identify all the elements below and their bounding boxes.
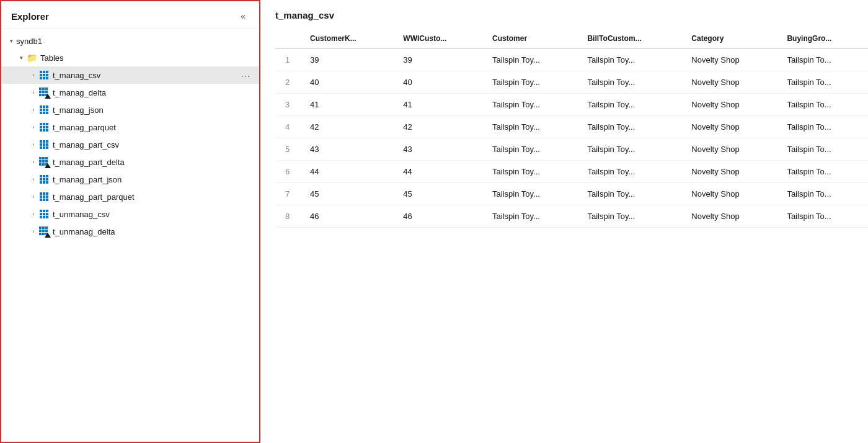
cell-wwicusto: 41 — [393, 94, 482, 116]
chevron-t_manag_json — [29, 105, 38, 115]
cell-customer: Tailspin Toy... — [482, 116, 577, 138]
cell-wwicusto: 44 — [393, 161, 482, 183]
tree-item-tables[interactable]: 📁Tables — [1, 49, 259, 66]
chevron-t_unmanag_delta — [29, 226, 38, 236]
cell-category: Novelty Shop — [681, 205, 777, 228]
cell-customerK: 41 — [300, 94, 393, 116]
tree-item-t_unmanag_delta[interactable]: t_unmanag_delta — [1, 223, 259, 240]
cell-category: Novelty Shop — [681, 161, 777, 183]
cell-customerK: 40 — [300, 71, 393, 94]
cell-buyingGro: Tailspin To... — [777, 116, 868, 138]
collapse-button[interactable]: « — [237, 10, 249, 22]
delta-icon — [38, 87, 50, 98]
chevron-t_manag_delta — [29, 87, 38, 97]
cell-category: Novelty Shop — [681, 48, 777, 71]
cell-row_num: 6 — [275, 161, 300, 183]
table-row: 64444Tailspin Toy...Tailspin Toy...Novel… — [275, 161, 868, 183]
cell-billToCusto: Tailspin Toy... — [577, 161, 681, 183]
cell-category: Novelty Shop — [681, 94, 777, 116]
cell-buyingGro: Tailspin To... — [777, 94, 868, 116]
cell-wwicusto: 42 — [393, 116, 482, 138]
cell-customer: Tailspin Toy... — [482, 48, 577, 71]
more-options-button[interactable]: ··· — [237, 70, 254, 81]
chevron-t_manag_part_csv — [29, 140, 38, 150]
data-table: CustomerK...WWICusto...CustomerBillToCus… — [275, 29, 868, 228]
tree-item-t_manag_part_parquet[interactable]: t_manag_part_parquet — [1, 188, 259, 205]
col-header-buyingGro: BuyingGro... — [777, 29, 868, 48]
table-header: CustomerK...WWICusto...CustomerBillToCus… — [275, 29, 868, 48]
cell-customer: Tailspin Toy... — [482, 94, 577, 116]
table-row: 34141Tailspin Toy...Tailspin Toy...Novel… — [275, 94, 868, 116]
tree-label: t_manag_parquet — [53, 123, 116, 132]
cell-row_num: 2 — [275, 71, 300, 94]
cell-row_num: 7 — [275, 183, 300, 205]
cell-wwicusto: 40 — [393, 71, 482, 94]
tree-label: syndb1 — [16, 37, 42, 46]
grid-icon — [38, 122, 50, 133]
cell-billToCusto: Tailspin Toy... — [577, 116, 681, 138]
cell-billToCusto: Tailspin Toy... — [577, 138, 681, 161]
grid-icon — [38, 69, 50, 81]
table-title: t_manag_csv — [275, 10, 868, 20]
grid-icon — [38, 208, 50, 220]
tree-label: t_manag_part_parquet — [53, 192, 135, 202]
tree-label: t_manag_part_json — [53, 175, 122, 184]
table-body: 13939Tailspin Toy...Tailspin Toy...Novel… — [275, 48, 868, 228]
cell-category: Novelty Shop — [681, 71, 777, 94]
data-table-wrap[interactable]: CustomerK...WWICusto...CustomerBillToCus… — [275, 29, 868, 443]
tree-item-t_manag_parquet[interactable]: t_manag_parquet — [1, 119, 259, 136]
chevron-t_manag_part_delta — [29, 157, 38, 167]
delta-triangle-icon — [45, 233, 51, 238]
chevron-t_manag_csv — [29, 70, 38, 80]
cell-customer: Tailspin Toy... — [482, 183, 577, 205]
delta-icon — [38, 226, 50, 237]
grid-icon — [38, 104, 50, 115]
cell-billToCusto: Tailspin Toy... — [577, 94, 681, 116]
tree-item-t_manag_part_csv[interactable]: t_manag_part_csv — [1, 136, 259, 153]
col-header-customer: Customer — [482, 29, 577, 48]
tree-label: t_manag_part_delta — [53, 158, 125, 167]
chevron-syndb1 — [6, 36, 16, 46]
delta-triangle-icon — [45, 94, 51, 99]
tree-item-t_manag_part_delta[interactable]: t_manag_part_delta — [1, 153, 259, 171]
cell-row_num: 3 — [275, 94, 300, 116]
delta-triangle-icon — [45, 163, 51, 168]
chevron-t_manag_part_json — [29, 174, 38, 184]
chevron-tables — [16, 53, 26, 63]
cell-wwicusto: 39 — [393, 48, 482, 71]
cell-customerK: 45 — [300, 183, 393, 205]
grid-icon — [38, 191, 50, 202]
tree-item-t_manag_json[interactable]: t_manag_json — [1, 101, 259, 119]
tree-item-t_manag_delta[interactable]: t_manag_delta — [1, 84, 259, 101]
sidebar-header: Explorer « — [1, 1, 259, 29]
tree-label: Tables — [40, 53, 64, 63]
tree-item-syndb1[interactable]: syndb1 — [1, 33, 259, 49]
cell-billToCusto: Tailspin Toy... — [577, 71, 681, 94]
cell-buyingGro: Tailspin To... — [777, 161, 868, 183]
cell-customer: Tailspin Toy... — [482, 205, 577, 228]
chevron-t_manag_parquet — [29, 122, 38, 132]
cell-buyingGro: Tailspin To... — [777, 48, 868, 71]
main-content: t_manag_csv CustomerK...WWICusto...Custo… — [260, 0, 868, 443]
cell-category: Novelty Shop — [681, 116, 777, 138]
cell-wwicusto: 45 — [393, 183, 482, 205]
col-header-customerK: CustomerK... — [300, 29, 393, 48]
cell-row_num: 5 — [275, 138, 300, 161]
cell-category: Novelty Shop — [681, 183, 777, 205]
cell-customerK: 46 — [300, 205, 393, 228]
tree-item-t_manag_csv[interactable]: t_manag_csv··· — [1, 66, 259, 84]
table-row: 74545Tailspin Toy...Tailspin Toy...Novel… — [275, 183, 868, 205]
table-row: 44242Tailspin Toy...Tailspin Toy...Novel… — [275, 116, 868, 138]
tree-item-t_manag_part_json[interactable]: t_manag_part_json — [1, 171, 259, 188]
cell-customer: Tailspin Toy... — [482, 138, 577, 161]
tree-item-t_unmanag_csv[interactable]: t_unmanag_csv — [1, 205, 259, 223]
col-header-row_num — [275, 29, 300, 48]
cell-category: Novelty Shop — [681, 138, 777, 161]
col-header-billToCusto: BillToCustom... — [577, 29, 681, 48]
chevron-t_unmanag_csv — [29, 209, 38, 219]
cell-billToCusto: Tailspin Toy... — [577, 183, 681, 205]
cell-wwicusto: 46 — [393, 205, 482, 228]
sidebar-title: Explorer — [11, 11, 49, 22]
cell-customerK: 42 — [300, 116, 393, 138]
explorer-sidebar: Explorer « syndb1📁Tablest_manag_csv···t_… — [0, 0, 260, 443]
